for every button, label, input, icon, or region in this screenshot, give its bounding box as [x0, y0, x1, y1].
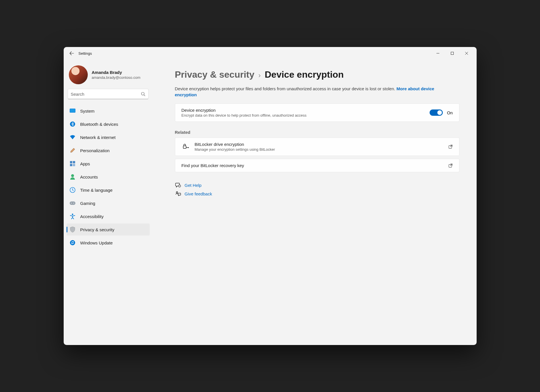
svg-rect-6 [73, 161, 75, 163]
svg-rect-5 [70, 161, 72, 163]
sidebar-item-network[interactable]: Network & internet [67, 131, 150, 143]
chevron-right-icon: › [258, 71, 261, 79]
encryption-toggle[interactable] [430, 109, 443, 116]
gamepad-icon [69, 200, 76, 206]
svg-point-14 [72, 214, 73, 215]
footer-links: ? Get Help Give feedback [175, 181, 459, 198]
window-controls [431, 48, 474, 59]
shield-icon [69, 226, 76, 233]
clock-icon [69, 187, 76, 193]
svg-rect-0 [451, 52, 453, 55]
card-subtitle: Manage your encryption settings using Bi… [195, 147, 448, 152]
svg-rect-11 [70, 201, 75, 205]
give-feedback-link[interactable]: Give feedback [175, 189, 459, 198]
svg-rect-3 [70, 109, 75, 112]
user-email: amanda.brady@contoso.com [92, 75, 141, 80]
apps-icon [69, 160, 76, 167]
settings-window: Settings Amanda Brady amanda.brady@conto… [64, 47, 477, 345]
sidebar-item-system[interactable]: System [67, 105, 150, 117]
search-input[interactable] [71, 92, 141, 97]
breadcrumb-parent[interactable]: Privacy & security [175, 69, 255, 80]
brush-icon [69, 147, 76, 154]
sidebar-item-label: Apps [80, 161, 90, 166]
avatar [69, 65, 88, 84]
bluetooth-icon [69, 121, 76, 127]
breadcrumb: Privacy & security › Device encryption [175, 69, 459, 80]
system-icon [69, 108, 76, 114]
svg-point-12 [71, 203, 72, 204]
sidebar-item-label: Network & internet [80, 135, 116, 140]
sidebar-item-label: Time & language [80, 188, 113, 193]
lock-drive-icon [182, 144, 189, 150]
accessibility-icon [69, 213, 76, 219]
device-encryption-card: Device encryption Encrypt data on this d… [175, 103, 459, 122]
svg-rect-23 [178, 193, 181, 195]
sidebar-item-personalization[interactable]: Personalization [67, 144, 150, 156]
open-external-icon [448, 144, 453, 149]
window-title: Settings [79, 51, 92, 56]
close-icon [465, 52, 468, 55]
sidebar-item-accounts[interactable]: Accounts [67, 171, 150, 183]
sidebar-item-label: System [80, 109, 95, 113]
sidebar-item-label: Privacy & security [80, 227, 114, 232]
maximize-button[interactable] [445, 48, 459, 59]
bitlocker-card[interactable]: BitLocker drive encryption Manage your e… [175, 138, 459, 156]
titlebar: Settings [64, 47, 477, 60]
sidebar-item-label: Bluetooth & devices [80, 122, 118, 127]
sidebar-item-privacy-security[interactable]: Privacy & security [67, 224, 150, 236]
card-title: BitLocker drive encryption [195, 142, 448, 147]
svg-point-17 [188, 147, 189, 148]
feedback-icon [175, 191, 181, 196]
sidebar-item-windows-update[interactable]: Windows Update [67, 237, 150, 249]
recovery-key-card[interactable]: Find your BitLocker recovery key [175, 159, 459, 172]
close-button[interactable] [459, 48, 474, 59]
sidebar: Amanda Brady amanda.brady@contoso.com Sy… [64, 60, 153, 345]
get-help-link[interactable]: ? Get Help [175, 181, 459, 189]
user-name: Amanda Brady [92, 70, 141, 75]
sidebar-item-label: Personalization [80, 148, 110, 153]
svg-rect-16 [183, 146, 186, 148]
minimize-icon [436, 52, 440, 55]
user-profile[interactable]: Amanda Brady amanda.brady@contoso.com [66, 62, 150, 89]
toggle-state-label: On [447, 110, 453, 115]
back-button[interactable] [67, 48, 77, 58]
svg-point-22 [176, 192, 178, 193]
search-icon [141, 92, 145, 96]
sidebar-item-apps[interactable]: Apps [67, 158, 150, 170]
help-icon: ? [175, 183, 181, 188]
sidebar-item-label: Windows Update [80, 240, 113, 245]
sidebar-item-time-language[interactable]: Time & language [67, 184, 150, 196]
related-heading: Related [175, 130, 459, 135]
open-external-icon [448, 163, 453, 168]
card-subtitle: Encrypt data on this device to help prot… [182, 113, 430, 117]
update-icon [69, 240, 76, 246]
sidebar-item-bluetooth[interactable]: Bluetooth & devices [67, 118, 150, 130]
page-description: Device encryption helps protect your fil… [175, 86, 456, 98]
svg-point-9 [71, 174, 74, 177]
card-title: Find your BitLocker recovery key [182, 163, 448, 168]
svg-point-1 [141, 92, 144, 95]
sidebar-item-accessibility[interactable]: Accessibility [67, 210, 150, 222]
svg-point-15 [70, 240, 75, 245]
sidebar-item-label: Gaming [80, 201, 95, 206]
minimize-button[interactable] [431, 48, 445, 59]
nav-list: System Bluetooth & devices Network & int… [66, 104, 150, 249]
maximize-icon [451, 52, 454, 55]
search-box[interactable] [68, 89, 149, 99]
person-icon [69, 174, 76, 180]
card-title: Device encryption [182, 108, 430, 113]
svg-rect-8 [73, 164, 75, 166]
main-content: Privacy & security › Device encryption D… [153, 60, 477, 345]
arrow-left-icon [69, 51, 74, 56]
svg-rect-7 [70, 164, 72, 166]
sidebar-item-gaming[interactable]: Gaming [67, 197, 150, 209]
sidebar-item-label: Accounts [80, 175, 98, 179]
sidebar-item-label: Accessibility [80, 214, 104, 219]
page-title: Device encryption [265, 69, 344, 80]
svg-point-13 [73, 203, 74, 204]
wifi-icon [69, 134, 76, 140]
